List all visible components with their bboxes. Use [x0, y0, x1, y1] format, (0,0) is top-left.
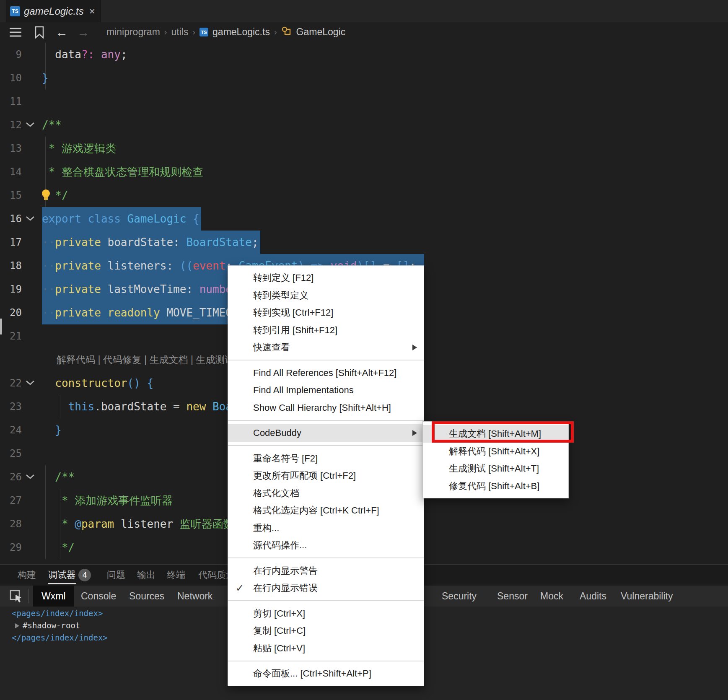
- panel-tab-终端[interactable]: 终端: [167, 565, 185, 586]
- wxml-open-tag[interactable]: <pages/index/index>: [12, 607, 103, 620]
- wxml-close-tag[interactable]: </pages/index/index>: [12, 632, 108, 644]
- submenu-item[interactable]: 修复代码 [Shift+Alt+B]: [423, 477, 568, 495]
- panel-tab-构建[interactable]: 构建: [18, 565, 36, 586]
- menu-item[interactable]: 在行内显示错误✓: [228, 579, 424, 597]
- code-token: =: [173, 400, 180, 413]
- breadcrumb-separator: ›: [274, 27, 277, 37]
- devtab-network[interactable]: Network: [177, 586, 212, 607]
- breadcrumb-item[interactable]: GameLogic: [296, 26, 346, 38]
- expand-arrow-icon[interactable]: [15, 623, 19, 628]
- code-line: * 游戏逻辑类: [42, 137, 116, 160]
- menu-item[interactable]: 转到类型定义: [228, 287, 424, 304]
- tab-gamelogic[interactable]: TS gameLogic.ts ×: [6, 0, 101, 22]
- back-arrow-icon[interactable]: ←: [55, 25, 68, 39]
- devtab-console[interactable]: Console: [81, 586, 116, 607]
- class-icon: [281, 26, 292, 39]
- chevron-down-icon[interactable]: [25, 474, 35, 482]
- code-token: [140, 377, 147, 389]
- code-token: new: [186, 400, 206, 413]
- code-token: * 添加游戏事件监听器: [42, 494, 173, 507]
- code-token: constructor: [55, 377, 127, 389]
- code-token: [42, 48, 55, 61]
- menu-item[interactable]: Show Call Hierarchy [Shift+Alt+H]: [228, 399, 424, 417]
- menu-item[interactable]: 快速查看: [228, 339, 424, 356]
- devtab-vulnerability[interactable]: Vulnerability: [621, 586, 673, 607]
- devtab-mock[interactable]: Mock: [540, 586, 563, 607]
- line-number: 25: [0, 442, 22, 465]
- divider: [28, 589, 29, 603]
- breadcrumb-item[interactable]: gameLogic.ts: [212, 26, 270, 38]
- chevron-down-icon[interactable]: [25, 122, 35, 130]
- code-token: [101, 306, 108, 319]
- code-token: ··: [42, 236, 55, 249]
- code-token: [101, 283, 108, 296]
- panel-tab-问题[interactable]: 问题: [107, 565, 125, 586]
- inspect-element-icon[interactable]: [10, 590, 23, 605]
- code-token: * 整合棋盘状态管理和规则检查: [42, 166, 203, 178]
- submenu-item[interactable]: 生成测试 [Shift+Alt+T]: [423, 460, 568, 477]
- breadcrumb-item[interactable]: utils: [171, 26, 189, 38]
- code-token: *: [42, 518, 75, 530]
- close-tab-icon[interactable]: ×: [89, 5, 95, 17]
- devtab-sources[interactable]: Sources: [129, 586, 164, 607]
- chevron-down-icon[interactable]: [25, 215, 35, 223]
- menu-item[interactable]: 重命名符号 [F2]: [228, 450, 424, 467]
- code-token: }: [42, 72, 49, 84]
- code-token: private: [55, 306, 101, 319]
- code-line: }: [42, 418, 62, 442]
- menu-item[interactable]: 复制 [Ctrl+C]: [228, 622, 424, 640]
- menu-separator: [228, 420, 424, 421]
- menu-item[interactable]: CodeBuddy: [228, 424, 424, 442]
- line-number: 23: [0, 395, 22, 418]
- line-number: 14: [0, 160, 22, 184]
- devtab-wxml[interactable]: Wxml: [33, 586, 74, 607]
- code-line: ··private boardState: BoardState;: [42, 231, 259, 254]
- code-line: }: [42, 66, 49, 90]
- codelens-actions[interactable]: 解释代码 | 代码修复 | 生成文档 | 生成测试: [57, 348, 234, 371]
- ide-window: TS gameLogic.ts × ← → miniprogram › util…: [0, 0, 728, 700]
- menu-item[interactable]: 粘贴 [Ctrl+V]: [228, 640, 424, 657]
- lightbulb-icon[interactable]: [42, 189, 50, 197]
- triangle-right-icon: [412, 345, 417, 350]
- shadow-root-node[interactable]: #shadow-root: [15, 620, 80, 632]
- menu-item[interactable]: 转到定义 [F12]: [228, 269, 424, 287]
- menu-item[interactable]: 重构...: [228, 519, 424, 537]
- forward-arrow-icon[interactable]: →: [77, 25, 90, 39]
- devtab-security[interactable]: Security: [442, 586, 477, 607]
- code-token: /**: [42, 119, 62, 131]
- devtab-sensor[interactable]: Sensor: [497, 586, 528, 607]
- panel-tab-调试器[interactable]: 调试器: [48, 565, 76, 586]
- bookmark-icon[interactable]: [34, 26, 44, 39]
- code-token: [42, 424, 55, 436]
- menu-item[interactable]: 格式化选定内容 [Ctrl+K Ctrl+F]: [228, 502, 424, 519]
- code-token: listeners:: [108, 259, 174, 272]
- line-number: 19: [0, 277, 22, 301]
- devtab-audits[interactable]: Audits: [580, 586, 606, 607]
- code-token: [180, 236, 187, 249]
- active-tab-underline: [48, 583, 76, 584]
- line-number: 27: [0, 489, 22, 512]
- editor-tab-bar: TS gameLogic.ts ×: [0, 0, 728, 22]
- submenu-item[interactable]: 解释代码 [Shift+Alt+X]: [423, 443, 568, 460]
- line-number: 10: [0, 66, 22, 90]
- chevron-down-icon[interactable]: [25, 380, 35, 388]
- menu-item[interactable]: Find All References [Shift+Alt+F12]: [228, 364, 424, 382]
- code-token: ((: [180, 259, 193, 272]
- menu-item[interactable]: 转到引用 [Shift+F12]: [228, 321, 424, 339]
- typescript-file-icon: TS: [10, 6, 20, 16]
- outline-list-icon[interactable]: [9, 27, 22, 38]
- code-token: [94, 48, 101, 61]
- menu-item[interactable]: 命令面板... [Ctrl+Shift+Alt+P]: [228, 665, 424, 682]
- menu-item[interactable]: 在行内显示警告: [228, 562, 424, 580]
- code-token: [42, 471, 55, 483]
- menu-item[interactable]: 转到实现 [Ctrl+F12]: [228, 304, 424, 321]
- menu-item[interactable]: 源代码操作...: [228, 537, 424, 554]
- breadcrumb-item[interactable]: miniprogram: [106, 26, 160, 38]
- menu-item[interactable]: 格式化文档: [228, 485, 424, 502]
- menu-item[interactable]: Find All Implementations: [228, 381, 424, 399]
- panel-tab-输出[interactable]: 输出: [137, 565, 155, 586]
- menu-item[interactable]: 更改所有匹配项 [Ctrl+F2]: [228, 467, 424, 485]
- menu-item[interactable]: 剪切 [Ctrl+X]: [228, 605, 424, 622]
- line-number: 26: [0, 465, 22, 489]
- highlight-red-box: [432, 421, 574, 443]
